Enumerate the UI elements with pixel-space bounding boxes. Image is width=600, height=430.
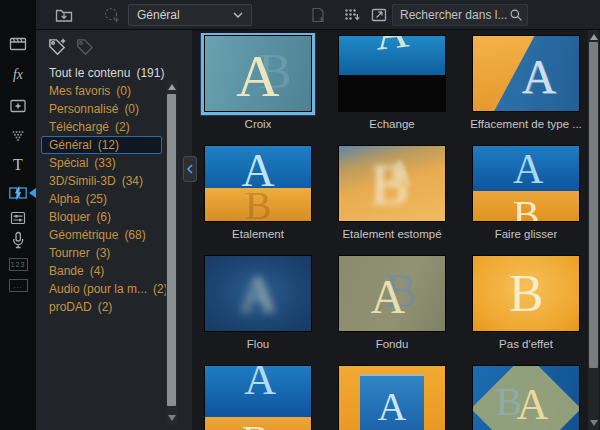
- category-general[interactable]: Général(12): [41, 136, 162, 154]
- collapse-panel-button[interactable]: [183, 156, 197, 182]
- category-dropdown-value: Général: [137, 8, 233, 22]
- remove-tag-icon[interactable]: [74, 36, 96, 58]
- category-3d-simili-3d[interactable]: 3D/Simili-3D(34): [41, 172, 162, 190]
- transition-room-icon[interactable]: [8, 183, 28, 203]
- thumb-letter-a: A: [370, 273, 405, 321]
- new-template-icon[interactable]: [308, 5, 328, 25]
- thumb-letter-a: A: [244, 365, 276, 402]
- search-input[interactable]: Rechercher dans l...: [392, 4, 528, 26]
- transition-item-row4-3[interactable]: B A: [459, 363, 593, 430]
- import-media-icon[interactable]: [54, 5, 74, 25]
- transition-item-pas-deffet[interactable]: B Pas d'effet: [459, 253, 593, 363]
- scroll-up-icon[interactable]: [590, 34, 598, 40]
- transition-item-echange[interactable]: A Echange: [325, 33, 459, 143]
- category-mes-favoris[interactable]: Mes favoris(0): [41, 82, 162, 100]
- thumb-letter-a: A: [378, 387, 407, 427]
- thumb-letter-a: A: [516, 383, 548, 427]
- transition-item-effacement[interactable]: A Effacement de type ...: [459, 33, 593, 143]
- room-rail: fx T: [0, 0, 36, 430]
- category-telecharge[interactable]: Téléchargé(2): [41, 118, 162, 136]
- category-prodad[interactable]: proDAD(2): [41, 298, 162, 316]
- transition-thumbnail[interactable]: A: [472, 35, 580, 112]
- library-menu-icon[interactable]: [342, 5, 362, 25]
- transition-label: Etalement estompé: [342, 228, 441, 240]
- category-scrollbar-thumb[interactable]: [167, 94, 176, 406]
- transition-label: Flou: [247, 338, 269, 350]
- library-scrollbar[interactable]: [588, 30, 599, 430]
- resize-thumbnails-icon[interactable]: [369, 5, 389, 25]
- category-scrollbar[interactable]: [166, 80, 177, 425]
- transition-item-faire-glisser[interactable]: B A Faire glisser: [459, 143, 593, 253]
- category-bloquer[interactable]: Bloquer(6): [41, 208, 162, 226]
- transition-item-croix[interactable]: B A Croix: [191, 33, 325, 143]
- category-personnalise[interactable]: Personnalisé(0): [41, 100, 162, 118]
- transition-thumbnail[interactable]: A: [338, 35, 446, 112]
- add-tag-icon[interactable]: [46, 36, 68, 58]
- transition-thumbnail[interactable]: B: [472, 255, 580, 332]
- tag-toolbar: [46, 36, 96, 60]
- effects-room-icon[interactable]: fx: [8, 65, 28, 85]
- transition-label: Pas d'effet: [499, 338, 553, 350]
- transition-label: Echange: [369, 118, 414, 130]
- subtitle-room-icon[interactable]: ...: [8, 275, 28, 295]
- transition-thumbnail[interactable]: B A: [472, 365, 580, 430]
- thumb-letter-a: A: [386, 155, 412, 191]
- category-tout-le-contenu[interactable]: Tout le contenu(191): [41, 64, 162, 82]
- transition-library: B A Croix A Echange A Effacement de type…: [192, 30, 600, 430]
- thumb-letter-a: A: [236, 46, 279, 106]
- thumb-letter-a: A: [373, 35, 411, 58]
- category-dropdown[interactable]: Général: [128, 4, 252, 26]
- transition-item-etalement[interactable]: B A Etalement: [191, 143, 325, 253]
- transition-thumbnail[interactable]: B A: [338, 145, 446, 222]
- thumb-letter-a: A: [513, 148, 543, 190]
- thumb-letter-b: B: [513, 195, 540, 222]
- transition-label: Etalement: [232, 228, 284, 240]
- transition-thumbnail[interactable]: B A: [204, 145, 312, 222]
- download-template-icon[interactable]: [102, 5, 122, 25]
- thumb-letter-a: A: [521, 53, 556, 101]
- category-special[interactable]: Spécial(33): [41, 154, 162, 172]
- transition-label: Croix: [245, 118, 272, 130]
- transition-item-row4-2[interactable]: A: [325, 363, 459, 430]
- voiceover-room-icon[interactable]: [8, 230, 28, 250]
- chevron-down-icon: [233, 12, 243, 18]
- active-room-indicator: [29, 188, 36, 198]
- category-tourner[interactable]: Tourner(3): [41, 244, 162, 262]
- transition-item-flou[interactable]: A Flou: [191, 253, 325, 363]
- scroll-up-icon[interactable]: [168, 84, 176, 90]
- pip-objects-room-icon[interactable]: [8, 96, 28, 116]
- media-room-icon[interactable]: [8, 34, 28, 54]
- thumb-letter-b: B: [242, 420, 270, 430]
- mixing-room-icon[interactable]: [8, 208, 28, 228]
- transition-item-row4-1[interactable]: B A: [191, 363, 325, 430]
- transition-thumbnail[interactable]: A: [204, 255, 312, 332]
- transition-item-etalement-estompe[interactable]: B A Etalement estompé: [325, 143, 459, 253]
- thumb-letter-a: B: [509, 268, 544, 320]
- transition-thumbnail[interactable]: A: [338, 365, 446, 430]
- transition-grid: B A Croix A Echange A Effacement de type…: [191, 33, 593, 430]
- transition-thumbnail[interactable]: B A: [204, 365, 312, 430]
- category-panel: Tout le contenu(191) Mes favoris(0) Pers…: [36, 30, 192, 430]
- transition-item-fondu[interactable]: B A Fondu: [325, 253, 459, 363]
- transition-room-window: fx T: [0, 0, 600, 430]
- library-toolbar: Général Recherche: [36, 0, 600, 30]
- category-audio[interactable]: Audio (pour la m...(2): [41, 280, 162, 298]
- transition-thumbnail[interactable]: B A: [338, 255, 446, 332]
- chapter-room-icon[interactable]: 123: [8, 254, 28, 274]
- category-alpha[interactable]: Alpha(25): [41, 190, 162, 208]
- transition-thumbnail[interactable]: B A: [472, 145, 580, 222]
- category-geometrique[interactable]: Géométrique(68): [41, 226, 162, 244]
- search-icon: [509, 8, 523, 22]
- scroll-down-icon[interactable]: [168, 415, 176, 421]
- search-placeholder: Rechercher dans l...: [400, 8, 509, 22]
- library-scrollbar-thumb[interactable]: [589, 42, 598, 368]
- category-bande[interactable]: Bande(4): [41, 262, 162, 280]
- transition-thumbnail[interactable]: B A: [204, 35, 312, 112]
- title-room-icon[interactable]: T: [8, 155, 28, 175]
- scroll-down-icon[interactable]: [590, 420, 598, 426]
- transition-label: Faire glisser: [495, 228, 558, 240]
- transition-label: Fondu: [376, 338, 409, 350]
- transition-label: Effacement de type ...: [470, 118, 582, 130]
- chevron-left-icon: [186, 164, 194, 174]
- particle-room-icon[interactable]: [8, 126, 28, 146]
